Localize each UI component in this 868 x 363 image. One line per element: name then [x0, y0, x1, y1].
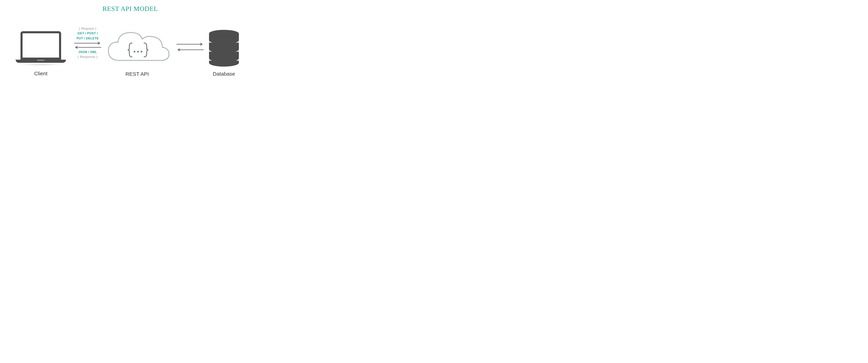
- response-label: ( Response ): [73, 55, 102, 59]
- arrow-right-icon: [176, 43, 204, 46]
- http-methods-line1: GET / POST /: [73, 31, 102, 36]
- api-label: REST API: [103, 71, 171, 77]
- client-node: Client: [16, 31, 66, 76]
- svg-point-3: [137, 51, 139, 53]
- database-node: Database: [208, 30, 240, 77]
- client-api-flow: ( Request ) GET / POST / PUT / DELETE JS…: [73, 27, 102, 59]
- database-icon: [208, 30, 240, 67]
- diagram-title: REST API MODEL: [0, 5, 260, 12]
- arrow-left-icon: [176, 48, 204, 51]
- arrow-right-icon: [74, 42, 101, 45]
- request-label: ( Request ): [73, 27, 102, 31]
- client-label: Client: [16, 71, 66, 76]
- laptop-icon: [16, 31, 66, 67]
- api-db-flow: [176, 42, 204, 53]
- cloud-icon: [103, 27, 171, 67]
- svg-point-15: [209, 59, 239, 67]
- arrow-left-icon: [74, 46, 101, 49]
- database-label: Database: [208, 71, 240, 77]
- payload-format: JSON / XML: [73, 50, 102, 54]
- svg-point-4: [141, 51, 142, 53]
- api-node: REST API: [103, 27, 171, 77]
- http-methods-line2: PUT / DELETE: [73, 36, 102, 41]
- svg-point-2: [134, 51, 135, 53]
